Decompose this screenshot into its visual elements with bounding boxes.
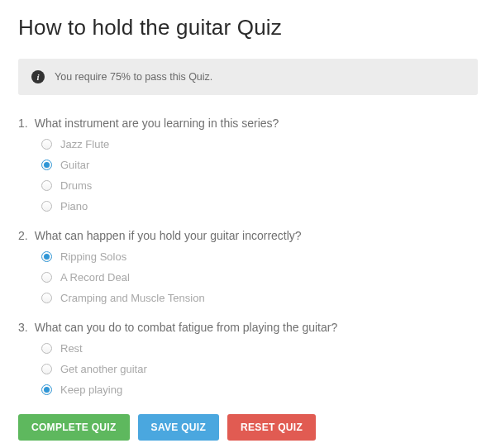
option-record-deal[interactable]: A Record Deal [41,271,478,284]
info-icon: i [31,70,45,83]
option-label: A Record Deal [60,271,130,284]
question-number: 2. [18,229,28,242]
reset-quiz-button[interactable]: RESET QUIZ [227,414,316,441]
complete-quiz-button[interactable]: COMPLETE QUIZ [18,414,130,441]
option-drums[interactable]: Drums [41,179,478,192]
question-3: 3. What can you do to combat fatigue fro… [18,321,478,396]
option-cramping[interactable]: Cramping and Muscle Tension [41,292,478,304]
question-number: 1. [18,117,28,130]
option-ripping-solos[interactable]: Ripping Solos [41,250,478,263]
option-label: Ripping Solos [60,250,126,263]
radio-icon [41,272,52,283]
option-label: Guitar [60,159,89,171]
radio-icon [41,160,52,170]
question-text: What instrument are you learning in this… [35,117,279,130]
option-label: Keep playing [60,384,122,396]
save-quiz-button[interactable]: SAVE QUIZ [138,414,220,441]
option-label: Piano [60,200,88,212]
question-text: What can you do to combat fatigue from p… [35,321,338,334]
page-title: How to hold the guitar Quiz [18,15,478,41]
button-row: COMPLETE QUIZ SAVE QUIZ RESET QUIZ [18,414,478,441]
option-label: Cramping and Muscle Tension [60,292,205,304]
radio-icon [41,201,52,212]
pass-notice-text: You require 75% to pass this Quiz. [55,71,212,83]
radio-icon [41,251,52,262]
option-guitar[interactable]: Guitar [41,159,478,171]
option-label: Drums [60,179,92,192]
option-label: Get another guitar [60,363,147,375]
option-keep-playing[interactable]: Keep playing [41,384,478,396]
option-jazz-flute[interactable]: Jazz Flute [41,138,478,150]
radio-icon [41,180,52,191]
question-1: 1. What instrument are you learning in t… [18,117,478,212]
question-2: 2. What can happen if you hold your guit… [18,229,478,304]
option-label: Rest [60,342,83,355]
radio-icon [41,364,52,374]
option-label: Jazz Flute [60,138,109,150]
radio-icon [41,343,52,354]
radio-icon [41,139,52,150]
question-text: What can happen if you hold your guitar … [35,229,302,242]
option-get-another[interactable]: Get another guitar [41,363,478,375]
option-rest[interactable]: Rest [41,342,478,355]
option-piano[interactable]: Piano [41,200,478,212]
pass-notice: i You require 75% to pass this Quiz. [18,59,478,95]
radio-icon [41,293,52,303]
radio-icon [41,384,52,395]
question-number: 3. [18,321,28,334]
